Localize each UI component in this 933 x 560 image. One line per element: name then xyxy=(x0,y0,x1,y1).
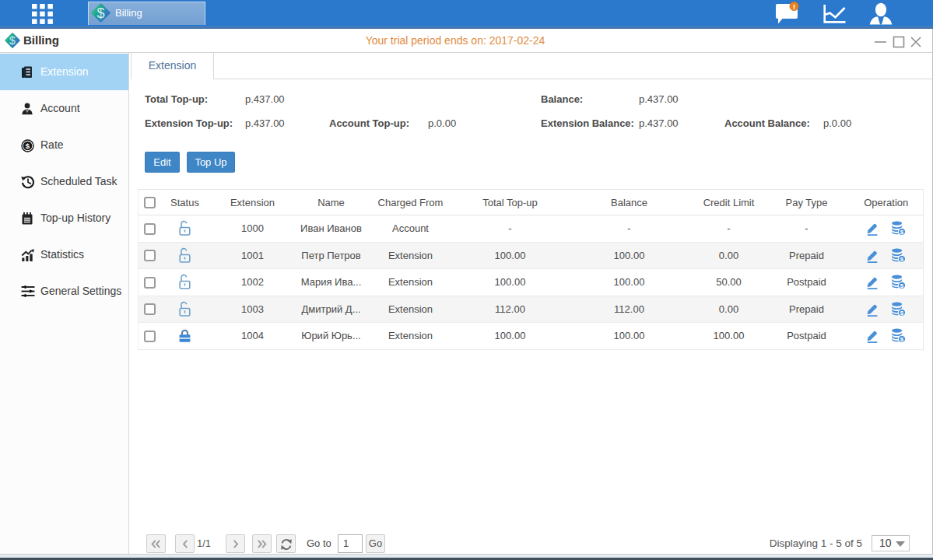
svg-text:$: $ xyxy=(900,229,903,236)
svg-text:$: $ xyxy=(26,141,30,149)
svg-text:$: $ xyxy=(900,256,903,263)
svg-text:$: $ xyxy=(96,5,104,21)
svg-text:$: $ xyxy=(900,310,903,317)
svg-text:!: ! xyxy=(793,2,795,11)
svg-text:$: $ xyxy=(900,336,903,343)
svg-text:$: $ xyxy=(9,34,16,47)
svg-text:$: $ xyxy=(900,282,903,289)
